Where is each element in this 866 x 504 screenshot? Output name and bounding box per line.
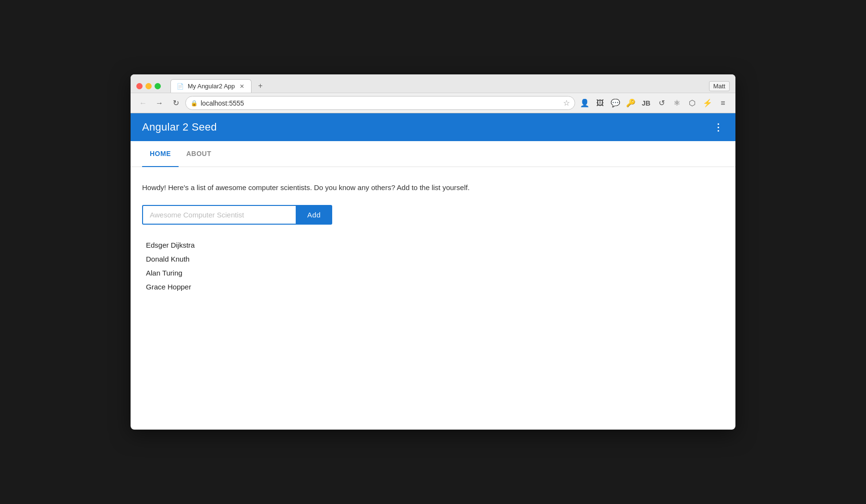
active-tab[interactable]: 📄 My Angular2 App ✕ xyxy=(170,79,252,93)
header-menu-button[interactable]: ⋮ xyxy=(713,121,724,133)
nav-home[interactable]: HOME xyxy=(142,141,179,167)
toolbar-icon-2[interactable]: 🖼 xyxy=(593,96,607,110)
address-bar-lock-icon: 🔒 xyxy=(191,100,198,107)
scientist-input[interactable] xyxy=(142,205,296,225)
list-item: Alan Turing xyxy=(146,266,724,280)
window-maximize-button[interactable] xyxy=(155,83,161,89)
address-input[interactable] xyxy=(201,99,560,107)
app-title: Angular 2 Seed xyxy=(142,121,217,133)
window-controls xyxy=(136,83,161,89)
toolbar-icon-5[interactable]: JB xyxy=(639,96,653,110)
toolbar-icon-3[interactable]: 💬 xyxy=(609,96,622,110)
toolbar-icon-4[interactable]: 🔑 xyxy=(624,96,637,110)
browser-chrome: 📄 My Angular2 App ✕ + Matt ← → ↻ 🔒 ☆ 👤 🖼 xyxy=(131,74,735,113)
tab-title: My Angular2 App xyxy=(188,83,235,90)
address-bar[interactable]: 🔒 ☆ xyxy=(185,96,575,110)
list-item: Donald Knuth xyxy=(146,252,724,266)
list-item: Edsger Dijkstra xyxy=(146,238,724,252)
toolbar-menu-icon[interactable]: ≡ xyxy=(716,96,730,110)
intro-text: Howdy! Here's a list of awesome computer… xyxy=(142,182,724,193)
back-button[interactable]: ← xyxy=(136,96,150,110)
app-content: Angular 2 Seed ⋮ HOME ABOUT Howdy! Here'… xyxy=(131,113,735,397)
add-form: Add xyxy=(142,205,724,225)
window-minimize-button[interactable] xyxy=(145,83,152,89)
reload-button[interactable]: ↻ xyxy=(169,96,182,110)
user-badge: Matt xyxy=(709,81,730,91)
app-nav: HOME ABOUT xyxy=(131,141,735,167)
toolbar-icon-8[interactable]: ⬡ xyxy=(686,96,699,110)
app-header: Angular 2 Seed ⋮ xyxy=(131,113,735,141)
toolbar-icons: 👤 🖼 💬 🔑 JB ↺ ⚛ ⬡ ⚡ ≡ xyxy=(578,96,730,110)
toolbar-icon-7[interactable]: ⚛ xyxy=(670,96,684,110)
toolbar-icon-6[interactable]: ↺ xyxy=(655,96,668,110)
scientists-list: Edsger Dijkstra Donald Knuth Alan Turing… xyxy=(142,238,724,294)
new-tab-button[interactable]: + xyxy=(253,79,267,93)
forward-button[interactable]: → xyxy=(153,96,166,110)
browser-window: 📄 My Angular2 App ✕ + Matt ← → ↻ 🔒 ☆ 👤 🖼 xyxy=(131,74,735,430)
toolbar-icon-9[interactable]: ⚡ xyxy=(701,96,714,110)
add-button[interactable]: Add xyxy=(296,205,332,225)
tab-file-icon: 📄 xyxy=(177,83,184,90)
browser-titlebar: 📄 My Angular2 App ✕ + Matt xyxy=(131,74,735,93)
nav-about[interactable]: ABOUT xyxy=(179,141,219,167)
list-item: Grace Hopper xyxy=(146,280,724,294)
tab-close-icon[interactable]: ✕ xyxy=(239,83,245,90)
tab-bar: 📄 My Angular2 App ✕ + xyxy=(170,79,705,93)
bookmark-icon[interactable]: ☆ xyxy=(563,98,570,108)
app-main: Howdy! Here's a list of awesome computer… xyxy=(131,167,735,397)
browser-toolbar: ← → ↻ 🔒 ☆ 👤 🖼 💬 🔑 JB ↺ ⚛ ⬡ ⚡ ≡ xyxy=(131,93,735,113)
window-close-button[interactable] xyxy=(136,83,143,89)
toolbar-icon-1[interactable]: 👤 xyxy=(578,96,591,110)
